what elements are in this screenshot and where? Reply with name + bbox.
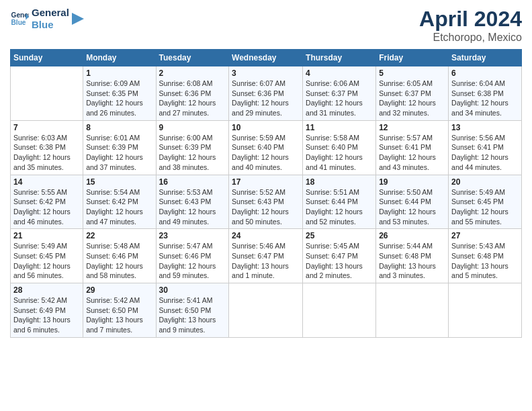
day-number: 10: [232, 123, 300, 132]
calendar-cell: 12Sunrise: 5:57 AMSunset: 6:41 PMDayligh…: [376, 120, 449, 175]
day-number: 28: [13, 285, 80, 295]
svg-marker-3: [72, 13, 84, 25]
calendar-cell: 22Sunrise: 5:48 AMSunset: 6:46 PMDayligh…: [83, 229, 156, 283]
cell-info: Sunrise: 6:08 AMSunset: 6:36 PMDaylight:…: [159, 79, 226, 118]
day-number: 13: [451, 123, 519, 132]
day-number: 21: [13, 231, 80, 240]
calendar-cell: 24Sunrise: 5:46 AMSunset: 6:47 PMDayligh…: [229, 229, 303, 283]
calendar-cell: 2Sunrise: 6:08 AMSunset: 6:36 PMDaylight…: [156, 66, 229, 121]
calendar-cell: 19Sunrise: 5:50 AMSunset: 6:44 PMDayligh…: [376, 175, 449, 229]
column-header-saturday: Saturday: [449, 50, 522, 66]
calendar-cell: 25Sunrise: 5:45 AMSunset: 6:47 PMDayligh…: [303, 229, 376, 283]
page-title: April 2024: [419, 7, 522, 32]
calendar-cell: 11Sunrise: 5:58 AMSunset: 6:40 PMDayligh…: [303, 120, 376, 175]
cell-info: Sunrise: 5:42 AMSunset: 6:49 PMDaylight:…: [13, 295, 80, 335]
cell-info: Sunrise: 5:49 AMSunset: 6:45 PMDaylight:…: [451, 187, 519, 227]
day-number: 20: [451, 177, 519, 187]
logo-blue: Blue: [32, 19, 69, 31]
calendar-cell: 6Sunrise: 6:04 AMSunset: 6:38 PMDaylight…: [449, 66, 522, 121]
cell-info: Sunrise: 5:56 AMSunset: 6:41 PMDaylight:…: [451, 133, 519, 173]
calendar-cell: [229, 283, 303, 338]
cell-info: Sunrise: 5:47 AMSunset: 6:46 PMDaylight:…: [159, 241, 226, 281]
cell-info: Sunrise: 5:54 AMSunset: 6:42 PMDaylight:…: [86, 187, 152, 227]
logo-general: General: [32, 7, 69, 19]
calendar-cell: 28Sunrise: 5:42 AMSunset: 6:49 PMDayligh…: [11, 283, 83, 338]
calendar-cell: 7Sunrise: 6:03 AMSunset: 6:38 PMDaylight…: [11, 120, 83, 175]
calendar-cell: 10Sunrise: 5:59 AMSunset: 6:40 PMDayligh…: [229, 120, 303, 175]
day-number: 27: [451, 231, 519, 240]
day-number: 9: [159, 123, 226, 132]
cell-info: Sunrise: 5:46 AMSunset: 6:47 PMDaylight:…: [232, 241, 300, 281]
calendar-cell: 3Sunrise: 6:07 AMSunset: 6:36 PMDaylight…: [229, 66, 303, 121]
column-header-sunday: Sunday: [11, 50, 83, 66]
day-number: 5: [379, 68, 445, 78]
day-number: 23: [159, 231, 226, 240]
day-number: 14: [13, 177, 80, 187]
day-number: 3: [232, 68, 300, 78]
svg-text:Blue: Blue: [11, 19, 26, 26]
page-subtitle: Etchoropo, Mexico: [419, 32, 522, 44]
day-number: 16: [159, 177, 226, 187]
cell-info: Sunrise: 5:44 AMSunset: 6:48 PMDaylight:…: [379, 241, 445, 281]
logo-icon: General Blue: [10, 9, 29, 28]
calendar-cell: [449, 283, 522, 338]
calendar-header-row: SundayMondayTuesdayWednesdayThursdayFrid…: [11, 50, 522, 66]
calendar-cell: [11, 66, 83, 121]
cell-info: Sunrise: 5:52 AMSunset: 6:43 PMDaylight:…: [232, 187, 300, 227]
cell-info: Sunrise: 6:07 AMSunset: 6:36 PMDaylight:…: [232, 79, 300, 118]
calendar-cell: 9Sunrise: 6:00 AMSunset: 6:39 PMDaylight…: [156, 120, 229, 175]
calendar-cell: 30Sunrise: 5:41 AMSunset: 6:50 PMDayligh…: [156, 283, 229, 338]
calendar-week-row: 21Sunrise: 5:49 AMSunset: 6:45 PMDayligh…: [11, 229, 522, 283]
calendar-table: SundayMondayTuesdayWednesdayThursdayFrid…: [10, 49, 522, 338]
page-container: General Blue General Blue April 2024 Etc…: [0, 0, 532, 345]
cell-info: Sunrise: 5:50 AMSunset: 6:44 PMDaylight:…: [379, 187, 445, 227]
calendar-cell: 17Sunrise: 5:52 AMSunset: 6:43 PMDayligh…: [229, 175, 303, 229]
calendar-week-row: 1Sunrise: 6:09 AMSunset: 6:35 PMDaylight…: [11, 66, 522, 121]
title-area: April 2024 Etchoropo, Mexico: [419, 7, 522, 44]
calendar-cell: 4Sunrise: 6:06 AMSunset: 6:37 PMDaylight…: [303, 66, 376, 121]
calendar-cell: 23Sunrise: 5:47 AMSunset: 6:46 PMDayligh…: [156, 229, 229, 283]
column-header-thursday: Thursday: [303, 50, 376, 66]
cell-info: Sunrise: 5:48 AMSunset: 6:46 PMDaylight:…: [86, 241, 152, 281]
cell-info: Sunrise: 6:01 AMSunset: 6:39 PMDaylight:…: [86, 133, 152, 173]
day-number: 6: [451, 68, 519, 78]
calendar-cell: 15Sunrise: 5:54 AMSunset: 6:42 PMDayligh…: [83, 175, 156, 229]
cell-info: Sunrise: 6:03 AMSunset: 6:38 PMDaylight:…: [13, 133, 80, 173]
calendar-cell: 5Sunrise: 6:05 AMSunset: 6:37 PMDaylight…: [376, 66, 449, 121]
column-header-tuesday: Tuesday: [156, 50, 229, 66]
day-number: 8: [86, 123, 152, 132]
column-header-wednesday: Wednesday: [229, 50, 303, 66]
cell-info: Sunrise: 5:41 AMSunset: 6:50 PMDaylight:…: [159, 295, 226, 335]
calendar-cell: 21Sunrise: 5:49 AMSunset: 6:45 PMDayligh…: [11, 229, 83, 283]
day-number: 15: [86, 177, 152, 187]
cell-info: Sunrise: 5:57 AMSunset: 6:41 PMDaylight:…: [379, 133, 445, 173]
calendar-cell: [376, 283, 449, 338]
column-header-friday: Friday: [376, 50, 449, 66]
calendar-cell: 16Sunrise: 5:53 AMSunset: 6:43 PMDayligh…: [156, 175, 229, 229]
day-number: 29: [86, 285, 152, 295]
cell-info: Sunrise: 6:04 AMSunset: 6:38 PMDaylight:…: [451, 79, 519, 118]
calendar-cell: [303, 283, 376, 338]
cell-info: Sunrise: 5:49 AMSunset: 6:45 PMDaylight:…: [13, 241, 80, 281]
header: General Blue General Blue April 2024 Etc…: [10, 7, 522, 44]
day-number: 30: [159, 285, 226, 295]
cell-info: Sunrise: 6:09 AMSunset: 6:35 PMDaylight:…: [86, 79, 152, 118]
day-number: 17: [232, 177, 300, 187]
calendar-cell: 14Sunrise: 5:55 AMSunset: 6:42 PMDayligh…: [11, 175, 83, 229]
day-number: 1: [86, 68, 152, 78]
calendar-cell: 29Sunrise: 5:42 AMSunset: 6:50 PMDayligh…: [83, 283, 156, 338]
day-number: 22: [86, 231, 152, 240]
calendar-cell: 13Sunrise: 5:56 AMSunset: 6:41 PMDayligh…: [449, 120, 522, 175]
cell-info: Sunrise: 5:58 AMSunset: 6:40 PMDaylight:…: [306, 133, 373, 173]
calendar-cell: 8Sunrise: 6:01 AMSunset: 6:39 PMDaylight…: [83, 120, 156, 175]
calendar-week-row: 14Sunrise: 5:55 AMSunset: 6:42 PMDayligh…: [11, 175, 522, 229]
day-number: 26: [379, 231, 445, 240]
cell-info: Sunrise: 5:59 AMSunset: 6:40 PMDaylight:…: [232, 133, 300, 173]
cell-info: Sunrise: 5:51 AMSunset: 6:44 PMDaylight:…: [306, 187, 373, 227]
day-number: 12: [379, 123, 445, 132]
day-number: 25: [306, 231, 373, 240]
calendar-cell: 27Sunrise: 5:43 AMSunset: 6:48 PMDayligh…: [449, 229, 522, 283]
cell-info: Sunrise: 5:55 AMSunset: 6:42 PMDaylight:…: [13, 187, 80, 227]
day-number: 24: [232, 231, 300, 240]
day-number: 2: [159, 68, 226, 78]
